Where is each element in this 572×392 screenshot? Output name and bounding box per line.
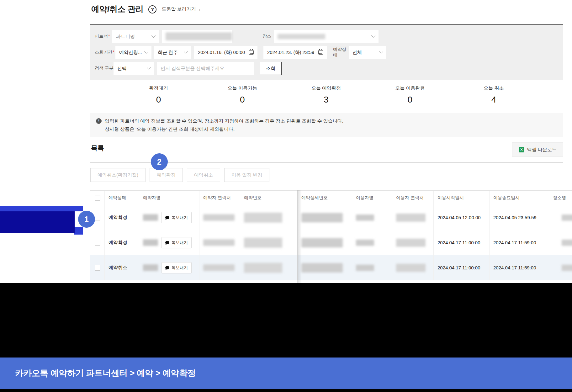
- redacted-place-value: [278, 34, 325, 39]
- page-header: 예약/취소 관리 ? 도움말 보러가기 ›: [91, 4, 200, 15]
- chevron-down-icon: [144, 50, 148, 54]
- col-header-booker-contact: 예약자 연락처: [199, 191, 240, 205]
- search-button[interactable]: 조회: [260, 62, 282, 75]
- period-label-text: 조회기간: [95, 50, 112, 55]
- search-placeholder: 먼저 검색구분을 선택해주세요: [161, 66, 224, 72]
- user-contact-cell: [392, 205, 433, 230]
- date-to-input[interactable]: 2024.01.23. (화) 23:59: [263, 46, 327, 59]
- chevron-down-icon: [147, 66, 151, 70]
- redacted-reservation-no: [244, 213, 282, 223]
- excel-download-button[interactable]: 엑셀 다운로드: [512, 142, 563, 157]
- end-datetime-cell: 2024.04.17 11:59:00: [489, 255, 549, 280]
- action-buttons: 예약취소(확정거절) 예약확정 예약취소 이용 일정 변경: [90, 168, 269, 182]
- search-type-select[interactable]: 선택: [114, 62, 154, 75]
- send-talk-button[interactable]: 톡보내기: [162, 237, 192, 248]
- stat-value: 0: [117, 95, 200, 105]
- calendar-icon[interactable]: [249, 50, 254, 55]
- stat-label: 오늘 이용가능: [200, 85, 284, 91]
- row-checkbox[interactable]: [95, 240, 100, 246]
- calendar-icon[interactable]: [318, 50, 323, 55]
- stat-label: 오늘 취소: [452, 85, 536, 91]
- bottom-black-strip: [0, 389, 572, 392]
- reservation-detail-no-cell: [297, 205, 352, 230]
- search-keyword-input[interactable]: 먼저 검색구분을 선택해주세요: [157, 62, 254, 75]
- reservation-detail-no-cell: [297, 230, 352, 255]
- send-talk-button[interactable]: 톡보내기: [162, 212, 192, 223]
- notice-line: 상시형 상품은 '오늘 이용가능' 간편 조회 대상에서 제외됩니다.: [105, 125, 343, 133]
- talk-label: 톡보내기: [172, 240, 188, 246]
- col-header-end-datetime: 이용종료일시: [489, 191, 549, 205]
- annotation-redaction-block: [0, 211, 75, 233]
- col-header-user-name: 이용자명: [352, 191, 392, 205]
- date-to-value: 2024.01.23. (화) 23:59: [267, 50, 314, 56]
- search-type-label: 검색 구분: [95, 66, 114, 71]
- place-name-cell: [549, 255, 572, 280]
- filter-row-search: 검색 구분 선택 먼저 검색구분을 선택해주세요 조회: [95, 62, 559, 75]
- partner-type-select[interactable]: 파트너명: [112, 30, 159, 43]
- stat-pending[interactable]: 확정대기 0: [117, 85, 200, 105]
- question-icon[interactable]: ?: [148, 5, 156, 13]
- table-row-highlighted: 예약취소 톡보내기 2024.04.17 11:00:00 2024.04.17…: [90, 255, 572, 280]
- redacted-reservation-no: [244, 238, 282, 248]
- row-checkbox[interactable]: [95, 215, 100, 220]
- reservation-no-cell: [240, 255, 297, 280]
- stat-value: 0: [200, 95, 284, 105]
- booker-contact-cell: [199, 205, 240, 230]
- redacted-contact: [203, 214, 235, 221]
- cancel-reservation-button[interactable]: 예약취소: [187, 168, 220, 182]
- list-title: 목록: [91, 144, 104, 152]
- chevron-down-icon: [151, 34, 156, 38]
- place-label: 장소: [262, 34, 274, 39]
- confirm-reservation-button[interactable]: 예약확정: [150, 168, 183, 182]
- col-header-start-datetime: 이용시작일시: [433, 191, 489, 205]
- redacted-user-contact: [396, 239, 426, 247]
- redacted-reservation-no: [244, 263, 282, 273]
- col-header-user-contact: 이용자 연락처: [392, 191, 433, 205]
- period-range-select[interactable]: 최근 한주: [154, 46, 191, 59]
- col-header-status: 예약상태: [104, 191, 139, 205]
- select-all-checkbox[interactable]: [95, 195, 100, 201]
- booker-contact-cell: [199, 255, 240, 280]
- row-checkbox-cell: [90, 230, 104, 255]
- redacted-user-contact: [396, 264, 426, 272]
- stats-row: 확정대기 0 오늘 이용가능 0 오늘 예약확정 3 오늘 이용완료 0 오늘 …: [117, 85, 536, 105]
- send-talk-button[interactable]: 톡보내기: [162, 262, 192, 273]
- user-contact-cell: [392, 230, 433, 255]
- partner-name-input[interactable]: [162, 30, 232, 43]
- help-link[interactable]: 도움말 보러가기: [162, 6, 196, 12]
- reservation-table: 예약상태 예약자명 예약자 연락처 예약번호 예약상세번호 이용자명 이용자 연…: [90, 190, 572, 280]
- redacted-place-name: [562, 215, 572, 221]
- redacted-booker-name: [143, 239, 158, 246]
- notice-box: ! 입력한 파트너의 예약 정보를 조회할 수 있으며, 장소까지 지정하여 조…: [90, 113, 563, 137]
- redacted-partner-name: [166, 32, 232, 40]
- redacted-detail-no: [301, 238, 343, 247]
- date-from-input[interactable]: 2024.01.16. (화) 00:00: [194, 46, 257, 59]
- stat-cancelled-today[interactable]: 오늘 취소 4: [452, 85, 536, 105]
- place-select[interactable]: [274, 30, 379, 43]
- footer-caption-bar: 카카오톡 예약하기 파트너센터 > 예약 > 예약확정: [0, 358, 572, 389]
- user-contact-cell: [392, 255, 433, 280]
- row-checkbox[interactable]: [95, 265, 100, 271]
- stat-label: 확정대기: [117, 85, 200, 91]
- change-schedule-button[interactable]: 이용 일정 변경: [224, 168, 269, 182]
- required-mark: *: [108, 34, 110, 39]
- filter-row-partner: 파트너* 파트너명 장소: [95, 30, 559, 43]
- cancel-reject-button[interactable]: 예약취소(확정거절): [90, 168, 146, 182]
- status-value: 전체: [352, 50, 362, 56]
- redacted-place-name: [562, 240, 572, 246]
- end-datetime-cell: 2024.04.17 11:59:00: [489, 230, 549, 255]
- status-select[interactable]: 전체: [349, 46, 386, 59]
- redacted-user-contact: [396, 214, 426, 222]
- partner-label-text: 파트너: [95, 34, 108, 39]
- user-name-cell: [352, 255, 392, 280]
- select-all-cell: [90, 191, 104, 205]
- stat-available-today[interactable]: 오늘 이용가능 0: [200, 85, 284, 105]
- stat-value: 4: [452, 95, 536, 105]
- period-type-select[interactable]: 예약신청...: [115, 46, 151, 59]
- redacted-place-name: [562, 265, 572, 271]
- status-cell: 예약확정: [104, 230, 139, 255]
- annotation-highlight-corner: [74, 227, 83, 235]
- reservation-detail-no-cell: [297, 255, 352, 280]
- stat-confirmed-today[interactable]: 오늘 예약확정 3: [284, 85, 368, 105]
- stat-completed-today[interactable]: 오늘 이용완료 0: [368, 85, 452, 105]
